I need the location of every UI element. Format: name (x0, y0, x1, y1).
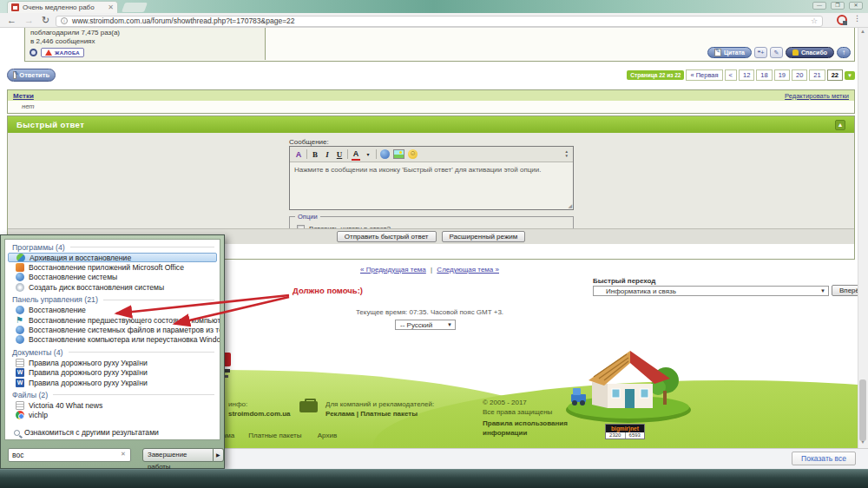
first-page-button[interactable]: « Первая (686, 69, 722, 81)
submit-quick-reply-button[interactable]: Отправить быстрый ответ (337, 231, 437, 242)
bigmir-counter[interactable]: bigmir)net 2320 6593 (605, 424, 645, 439)
warning-icon (45, 49, 52, 56)
tab-close-icon[interactable]: ✕ (108, 3, 114, 11)
minimize-button[interactable]: — (812, 2, 826, 10)
reload-button[interactable]: ↻ (42, 15, 49, 25)
footer-companies-label: Для компаний и рекламодателей: (326, 400, 434, 410)
start-menu-item[interactable]: W Правила дорожнього руху України (5, 368, 220, 378)
start-menu-item[interactable]: ⚑ Восстановление предшествующего состоян… (5, 315, 220, 325)
editor-resize-arrows[interactable]: ▲▼ (565, 150, 569, 158)
edit-tags-link[interactable]: Редактировать метки (785, 92, 849, 100)
start-menu-item[interactable]: Восстановление приложений Microsoft Offi… (5, 262, 220, 272)
page-link[interactable]: 19 (774, 69, 790, 81)
current-time-text: Текущее время: 07:35. Часовой пояс GMT +… (243, 308, 616, 316)
url-text[interactable]: www.stroimdom.com.ua/forum/showthread.ph… (72, 16, 811, 25)
editor-mode-icon[interactable]: A (294, 149, 303, 160)
page-link[interactable]: 12 (739, 69, 754, 81)
insert-smiley-icon[interactable]: ☺ (408, 149, 418, 159)
restore-point-icon (16, 326, 24, 334)
footer-nav-link[interactable]: Архив (318, 432, 337, 439)
tags-header-link[interactable]: Метки (13, 92, 34, 100)
start-menu-item[interactable]: Архивация и восстановление (8, 253, 217, 262)
page-info-icon[interactable]: i (61, 17, 68, 24)
quote-icon (714, 49, 721, 56)
report-button[interactable]: ЖАЛОБА (41, 48, 84, 57)
start-menu-item[interactable]: W Правила дорожнього руху України (5, 378, 220, 387)
insert-link-icon[interactable] (380, 149, 390, 159)
message-textarea[interactable]: Нажмите в сообщении на иконку 'Быстрый о… (290, 162, 573, 178)
chevron-down-icon: ▼ (447, 322, 455, 327)
options-legend: Опции (295, 213, 320, 221)
back-button[interactable]: ← (7, 15, 16, 25)
screen: Очень медленно рабо ✕ — ❐ ✕ ← → ↻ i www.… (0, 0, 868, 488)
page-link[interactable]: 20 (792, 69, 807, 81)
maximize-button[interactable]: ❐ (831, 2, 845, 10)
prev-page-button[interactable]: < (725, 69, 737, 81)
insert-image-icon[interactable] (393, 149, 404, 159)
briefcase-icon (299, 401, 318, 412)
start-menu-item[interactable]: Восстановление компьютера или переустано… (5, 335, 220, 345)
shutdown-button[interactable]: Завершение работы ▶ (142, 448, 224, 462)
page-link[interactable]: 21 (809, 69, 825, 81)
quick-jump-select[interactable]: Информатика и связь ▼ (593, 286, 829, 296)
thanks-button[interactable]: Спасибо (786, 47, 834, 58)
start-menu-item[interactable]: vichlp (5, 411, 220, 420)
resize-handle[interactable]: ◢ (568, 202, 572, 208)
font-color-dropdown-icon[interactable]: ▾ (364, 149, 372, 160)
browser-menu-icon[interactable]: ⋮ (853, 14, 861, 23)
scroll-top-button[interactable]: ↑ (837, 47, 851, 58)
multiquote-button[interactable]: ❝+ (754, 47, 767, 58)
footer-site-name[interactable]: stroimdom.com.ua (228, 410, 291, 419)
extension-icon[interactable] (837, 15, 847, 25)
pagination: Страница 22 из 22 « Первая < 12 18 19 20… (627, 69, 855, 81)
start-menu-item[interactable]: Создать диск восстановления системы (5, 282, 220, 292)
shutdown-options-icon[interactable]: ▶ (214, 448, 224, 462)
chevron-down-icon: ▼ (820, 288, 828, 293)
show-all-downloads-button[interactable]: Показать все (792, 452, 856, 465)
advanced-mode-button[interactable]: Расширенный режим (442, 231, 526, 242)
footer-companies-links[interactable]: Реклама | Платные пакеты (326, 410, 434, 419)
window-controls: — ❐ ✕ (812, 2, 863, 10)
start-menu-item[interactable]: Victoria 40 What news (5, 400, 220, 410)
collapse-icon[interactable]: ▲ (835, 120, 845, 130)
bookmark-star-icon[interactable]: ☆ (811, 16, 818, 25)
next-topic-link[interactable]: Следующая тема » (437, 266, 499, 274)
clear-search-icon[interactable]: ✕ (121, 451, 126, 458)
new-tab-button[interactable] (122, 3, 148, 12)
italic-button[interactable]: I (323, 149, 332, 160)
page-list-dropdown-icon[interactable]: ▼ (845, 71, 855, 80)
close-button[interactable]: ✕ (849, 2, 863, 10)
footer-info-label: инфо: (228, 400, 291, 410)
post-actions: Цитата ❝+ ✎ Спасибо ↑ (707, 47, 851, 58)
start-menu-item[interactable]: Восстановление системных файлов и параме… (5, 325, 220, 334)
recovery-disc-icon (16, 283, 24, 292)
page-link[interactable]: 18 (756, 69, 772, 81)
footer-nav-link[interactable]: Платные пакеты (248, 432, 301, 439)
quote-button[interactable]: Цитата (707, 47, 752, 58)
reinstall-windows-icon (16, 335, 24, 344)
start-menu-item[interactable]: Восстановление (5, 306, 220, 315)
word-document-icon: W (16, 368, 24, 377)
browser-tab[interactable]: Очень медленно рабо ✕ (7, 1, 118, 13)
language-select[interactable]: -- Русский ▼ (395, 320, 456, 330)
message-editor[interactable]: A B I U A ▾ ☺ ▲▼ Нажмите в сообщении на … (289, 146, 574, 210)
document-icon (16, 359, 24, 367)
scrollbar-thumb[interactable] (859, 379, 866, 441)
previous-topic-link[interactable]: « Предыдущая тема (360, 266, 426, 274)
system-restore-icon (16, 273, 24, 281)
edit-post-button[interactable]: ✎ (770, 47, 783, 58)
scroll-up-icon[interactable]: ▲ (859, 29, 866, 34)
reply-button[interactable]: Ответить (7, 69, 56, 82)
message-label: Сообщение: (289, 138, 329, 146)
restore-icon (16, 306, 24, 314)
thumbs-up-icon (792, 49, 799, 56)
omnibox[interactable]: i www.stroimdom.com.ua/forum/showthread.… (56, 16, 823, 27)
bold-button[interactable]: B (311, 149, 319, 160)
start-menu-group-header: Панель управления (21) (5, 294, 220, 306)
start-search-input[interactable] (8, 448, 131, 462)
start-menu-item[interactable]: Восстановление системы (5, 273, 220, 282)
font-color-button[interactable]: A (352, 148, 360, 161)
start-menu-item[interactable]: Правила дорожнього руху України (5, 358, 220, 367)
see-more-results-link[interactable]: Ознакомиться с другими результатами (5, 428, 220, 437)
underline-button[interactable]: U (335, 149, 344, 160)
